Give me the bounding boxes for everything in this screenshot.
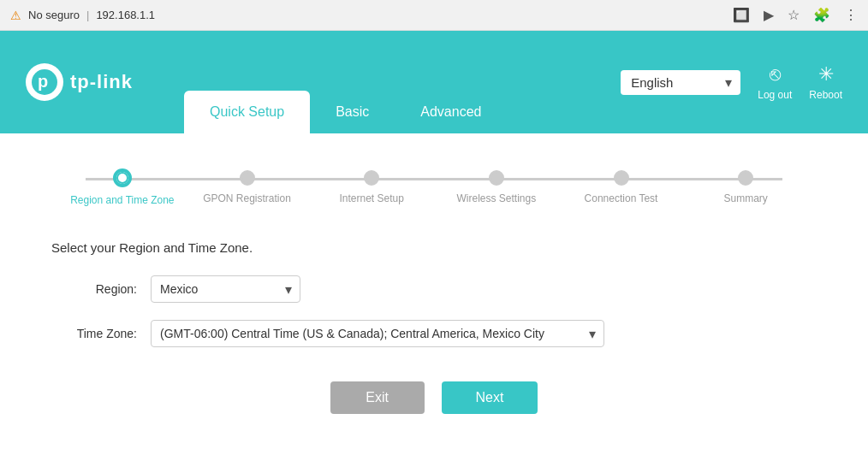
- tab-quick-setup[interactable]: Quick Setup: [184, 91, 310, 133]
- next-button[interactable]: Next: [442, 381, 538, 414]
- separator: |: [86, 9, 89, 21]
- step-label-internet: Internet Setup: [339, 192, 403, 204]
- logout-icon: ⎋: [770, 63, 781, 86]
- warning-icon: ⚠: [10, 9, 21, 22]
- step-dot-wireless: [489, 170, 504, 186]
- tab-basic[interactable]: Basic: [310, 91, 395, 133]
- action-row: Exit Next: [34, 381, 834, 414]
- exit-button[interactable]: Exit: [330, 381, 425, 414]
- menu-icon[interactable]: ⋮: [844, 7, 858, 23]
- tab-advanced[interactable]: Advanced: [395, 91, 507, 133]
- step-dot-region: [113, 168, 132, 187]
- step-dot-gpon: [240, 170, 255, 186]
- timezone-row: Time Zone: (GMT-06:00) Central Time (US …: [51, 320, 817, 347]
- header: p tp-link Quick Setup Basic Advanced Eng…: [0, 31, 868, 133]
- form-section: Select your Region and Time Zone. Region…: [34, 240, 834, 347]
- form-intro: Select your Region and Time Zone.: [51, 240, 817, 255]
- region-select-wrapper: Mexico United States Canada Brazil Argen…: [151, 275, 300, 303]
- browser-icons: 🔲 ▶ ☆ 🧩 ⋮: [733, 7, 858, 23]
- timezone-select-wrapper: (GMT-06:00) Central Time (US & Canada); …: [151, 320, 604, 347]
- wizard-steps: Region and Time Zone GPON Registration I…: [60, 159, 808, 206]
- region-label: Region:: [51, 282, 137, 296]
- logout-button[interactable]: ⎋ Log out: [758, 63, 792, 101]
- step-dot-connection: [614, 170, 629, 186]
- browser-bar: ⚠ No seguro | 192.168.1.1 🔲 ▶ ☆ 🧩 ⋮: [0, 0, 868, 31]
- step-label-gpon: GPON Registration: [203, 192, 291, 204]
- content: Region and Time Zone GPON Registration I…: [0, 133, 868, 455]
- nav-tabs: Quick Setup Basic Advanced: [184, 31, 621, 133]
- step-label-wireless: Wireless Settings: [457, 192, 537, 204]
- logout-label: Log out: [758, 89, 792, 101]
- wizard-step-summary: Summary: [683, 159, 808, 204]
- region-select[interactable]: Mexico United States Canada Brazil Argen…: [151, 275, 300, 303]
- language-select[interactable]: English Español 中文: [621, 70, 740, 95]
- security-label: No seguro: [28, 9, 80, 21]
- reboot-label: Reboot: [809, 89, 842, 101]
- logo-text: tp-link: [70, 71, 133, 93]
- step-sublabel-region: Region and Time Zone: [70, 194, 174, 206]
- wizard-step-gpon: GPON Registration: [185, 159, 310, 204]
- bookmark-icon[interactable]: ☆: [788, 7, 800, 23]
- region-row: Region: Mexico United States Canada Braz…: [51, 275, 817, 303]
- url-bar[interactable]: 192.168.1.1: [96, 9, 155, 21]
- svg-text:p: p: [38, 72, 48, 91]
- step-label-connection: Connection Test: [585, 192, 658, 204]
- app: p tp-link Quick Setup Basic Advanced Eng…: [0, 31, 868, 455]
- translate-icon[interactable]: 🔲: [733, 7, 750, 23]
- language-selector-wrapper: English Español 中文: [621, 70, 740, 95]
- step-dot-internet: [364, 170, 379, 186]
- logo-area: p tp-link: [26, 63, 133, 101]
- wizard-step-internet: Internet Setup: [309, 159, 434, 204]
- timezone-select[interactable]: (GMT-06:00) Central Time (US & Canada); …: [151, 320, 604, 347]
- wizard: Region and Time Zone GPON Registration I…: [34, 159, 834, 206]
- logo-icon: p: [26, 63, 63, 101]
- wizard-step-region: Region and Time Zone: [60, 159, 185, 206]
- reboot-icon: ✳: [818, 63, 834, 86]
- cast-icon[interactable]: ▶: [764, 7, 774, 23]
- wizard-step-connection: Connection Test: [559, 159, 684, 204]
- extensions-icon[interactable]: 🧩: [813, 7, 830, 23]
- step-dot-summary: [738, 170, 753, 186]
- timezone-label: Time Zone:: [51, 327, 137, 340]
- header-right: English Español 中文 ⎋ Log out ✳ Reboot: [621, 63, 842, 101]
- reboot-button[interactable]: ✳ Reboot: [809, 63, 842, 101]
- wizard-step-wireless: Wireless Settings: [434, 159, 559, 204]
- step-label-summary: Summary: [724, 192, 768, 204]
